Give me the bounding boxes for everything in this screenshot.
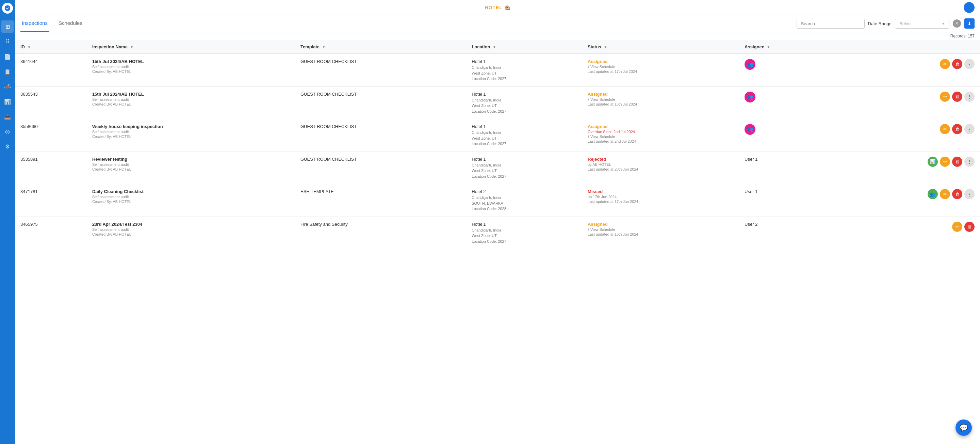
status-updated: Last updated at 28th Jun 2024 [588,167,733,171]
user-avatar[interactable]: 👤 [964,2,975,13]
delete-button[interactable]: 🗑 [952,124,962,134]
delete-button[interactable]: 🗑 [964,222,975,232]
row-assignee: User 1 [745,157,827,162]
more-button[interactable]: ⋮ [964,59,975,69]
main-content: HOTEL 🏨 👤 Inspections Schedules Date Ran… [15,0,980,444]
col-id[interactable]: ID ▼ [15,40,87,54]
status-sub[interactable]: ℹView Schedule [588,65,733,69]
edit-button[interactable]: ✏ [940,124,950,134]
sidebar-icon-clipboard[interactable]: 📋 [2,65,14,78]
row-assignee: User 1 [745,189,827,194]
logo[interactable] [2,3,13,14]
col-inspection-name[interactable]: Inspection Name ▼ [87,40,295,54]
row-status: Assigned Overdue Since 2nd Jul 2024 ℹVie… [582,119,739,152]
row-location: Hotel 1 Chandigarh, IndiaWest Zone, UTLo… [466,119,582,152]
col-location[interactable]: Location ▼ [466,40,582,54]
tab-inspections[interactable]: Inspections [21,15,49,32]
sort-icon-name: ▼ [130,45,134,49]
top-header: HOTEL 🏨 👤 [15,0,980,15]
row-id: 3535891 [15,152,87,184]
assignee-name: User 1 [745,157,757,162]
row-location: Hotel 1 Chandigarh, IndiaWest Zone, UTLo… [466,54,582,86]
table-row: 3641644 15th Jul 2024/AB HOTEL Self asse… [15,54,980,86]
col-actions [832,40,980,54]
row-template: Fire Safety and Security [295,217,466,249]
table-row: 3558660 Weekly house keeping inspection … [15,119,980,152]
group-button[interactable]: 👥 [928,189,938,199]
edit-button[interactable]: ✏ [940,157,950,167]
row-inspection-name: Reviewer testing Self assessment audit C… [87,152,295,184]
table-row: 3471781 Daily Cleaning Checklist Self as… [15,184,980,217]
row-assignee: 👥 [745,124,827,135]
edit-button[interactable]: ✏ [940,92,950,102]
table-row: 3465975 23rd Apr 2024/Test 2304 Self ass… [15,217,980,249]
sidebar-icon-settings[interactable]: ⚙ [2,140,14,153]
status-updated: Last updated at 16th Jul 2024 [588,102,733,106]
delete-button[interactable]: 🗑 [952,157,962,167]
sort-icon-status: ▼ [604,45,607,49]
clear-button[interactable]: ✕ [953,19,961,27]
status-label: Missed [588,189,733,194]
more-button[interactable]: ⋮ [964,124,975,134]
row-inspection-name: 15th Jul 2024/AB HOTEL Self assessment a… [87,54,295,86]
col-status[interactable]: Status ▼ [582,40,739,54]
row-assignee-cell: User 1 [739,152,832,184]
row-assignee-cell: User 1 [739,184,832,217]
group-avatar: 👥 [745,59,756,70]
search-input[interactable] [797,19,865,29]
row-template: ESH TEMPLATE [295,184,466,217]
row-actions: ✏🗑⋮ [832,119,980,152]
row-inspection-name: 15th Jul 2024/AB HOTEL Self assessment a… [87,86,295,119]
sidebar-icon-target[interactable]: ◎ [2,125,14,137]
col-template[interactable]: Template ▼ [295,40,466,54]
row-status: Missed on 17th Jun 2024 Last updated at … [582,184,739,217]
row-assignee-cell: 👥 [739,54,832,86]
delete-button[interactable]: 🗑 [952,189,962,199]
delete-button[interactable]: 🗑 [952,59,962,69]
col-assignee[interactable]: Assignee ▼ [739,40,832,54]
row-status: Rejected by AB HOTEL Last updated at 28t… [582,152,739,184]
sidebar-icon-document[interactable]: 📄 [2,50,14,63]
row-assignee-cell: 👥 [739,119,832,152]
more-button[interactable]: ⋮ [964,92,975,102]
edit-button[interactable]: ✏ [952,222,962,232]
status-sub[interactable]: ℹView Schedule [588,227,733,232]
sort-icon-location: ▼ [493,45,496,49]
row-template: GUEST ROOM CHECKLIST [295,86,466,119]
edit-button[interactable]: ✏ [940,59,950,69]
status-sub[interactable]: ℹView Schedule [588,97,733,101]
row-id: 3465975 [15,217,87,249]
more-button[interactable]: ⋮ [964,189,975,199]
sidebar-icon-inbox[interactable]: 📥 [2,110,14,123]
tab-schedules[interactable]: Schedules [57,15,84,32]
row-template: GUEST ROOM CHECKLIST [295,152,466,184]
row-assignee-cell: 👥 [739,86,832,119]
row-assignee: User 2 [745,222,827,227]
sort-icon-template: ▼ [322,45,326,49]
edit-button[interactable]: ✏ [940,189,950,199]
date-range-select[interactable]: Select ▼ [895,19,950,29]
sidebar-icon-apps[interactable]: ⊞ [2,21,14,33]
row-template: GUEST ROOM CHECKLIST [295,54,466,86]
chat-bubble[interactable]: 💬 [956,420,972,436]
sidebar-icon-megaphone[interactable]: 📣 [2,80,14,93]
status-label: Assigned [588,222,733,227]
row-inspection-name: Daily Cleaning Checklist Self assessment… [87,184,295,217]
chart-button[interactable]: 📊 [928,157,938,167]
row-assignee: 👥 [745,92,827,102]
row-actions: ✏🗑⋮ [832,86,980,119]
status-sub[interactable]: ℹView Schedule [588,134,733,139]
status-sub: by AB HOTEL [588,163,733,166]
status-sub: on 17th Jun 2024 [588,195,733,199]
more-button[interactable]: ⋮ [964,157,975,167]
delete-button[interactable]: 🗑 [952,92,962,102]
sidebar-icon-chart[interactable]: 📊 [2,95,14,108]
row-status: Assigned ℹView Schedule Last updated at … [582,217,739,249]
row-location: Hotel 1 Chandigarh, IndiaWest Zone, UTLo… [466,217,582,249]
table-row: 3535891 Reviewer testing Self assessment… [15,152,980,184]
row-assignee-cell: User 2 [739,217,832,249]
download-button[interactable]: ⬇ [964,18,975,29]
sidebar-icon-grid[interactable]: ⠿ [2,35,14,48]
content-area: Inspections Schedules Date Range Select … [15,15,980,444]
sort-icon-id: ▼ [27,45,31,49]
